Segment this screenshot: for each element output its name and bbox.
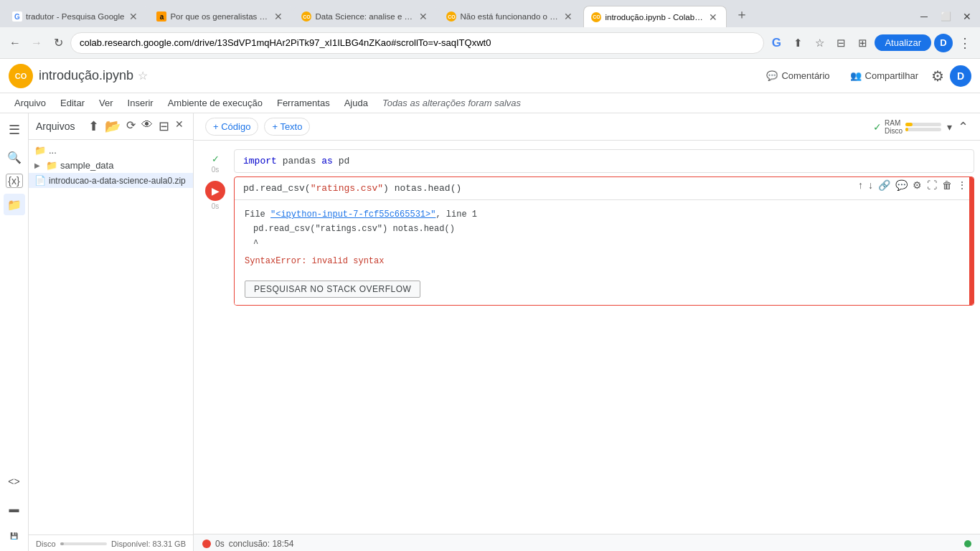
window-maximize[interactable]: ⬜ xyxy=(936,9,956,24)
cell-2: ▶ 0s ↑ ↓ 🔗 💬 ⚙ ⛶ 🗑 ⋮ xyxy=(199,176,974,306)
sidebar-panel: Arquivos ⬆ 📂 ⟳ 👁 ⊟ ✕ 📁 ... xyxy=(29,113,194,551)
ram-disk-info: ✓ RAM Disco xyxy=(873,119,941,135)
tab-3[interactable]: CO Data Science: analise e visua... ✕ xyxy=(293,6,437,27)
tab-1[interactable]: G tradutor - Pesquisa Google ✕ xyxy=(4,6,147,27)
more-cell-icon[interactable]: ⋮ xyxy=(956,178,969,192)
move-up-icon[interactable]: ↑ xyxy=(857,178,864,192)
collapse-all-icon[interactable]: ⌃ xyxy=(958,119,969,135)
error-type-line: SyntaxError: invalid syntax xyxy=(245,254,963,268)
terminal-icon[interactable]: ▬ xyxy=(4,498,25,519)
cell-1-checkmark: ✓ xyxy=(212,154,220,164)
settings-icon[interactable]: ⚙ xyxy=(931,67,944,85)
forward-button[interactable]: → xyxy=(27,34,46,52)
sidebar-toggle-icon[interactable]: ☰ xyxy=(4,119,25,141)
file-item-zip[interactable]: 📄 introducao-a-data-science-aula0.zip xyxy=(29,173,193,188)
sidebar-header: Arquivos ⬆ 📂 ⟳ 👁 ⊟ ✕ xyxy=(29,113,193,140)
notebook-title-area: introdução.ipynb ☆ xyxy=(39,68,148,83)
stackoverflow-button[interactable]: PESQUISAR NO STACK OVERFLOW xyxy=(245,281,420,298)
code-icon[interactable]: <> xyxy=(4,471,25,492)
file-item-parent[interactable]: 📁 ... xyxy=(29,143,193,158)
disk-available: Disponível: 83.31 GB xyxy=(111,540,186,548)
status-time: 0s xyxy=(215,539,225,549)
disk-bar-fill xyxy=(60,542,64,545)
tab-5-close[interactable]: ✕ xyxy=(707,11,719,23)
dropdown-arrow[interactable]: ▾ xyxy=(947,121,952,133)
tab-5-title: introdução.ipynb - Colabora... xyxy=(605,13,704,22)
star-icon[interactable]: ☆ xyxy=(138,69,148,83)
ram-bar xyxy=(905,123,941,126)
code-pd: pd xyxy=(339,156,350,166)
folder-icon-sample: 📁 xyxy=(46,160,57,171)
refresh-files-icon[interactable]: ⟳ xyxy=(124,118,138,135)
sidebar-actions: ⬆ 📂 ⟳ 👁 ⊟ ✕ xyxy=(86,118,186,135)
content-area: ☰ 🔍 {x} 📁 <> ▬ 💾 Arquivos ⬆ 📂 ⟳ 👁 xyxy=(0,113,980,551)
colab-logo: CO xyxy=(9,64,33,88)
window-minimize[interactable]: ─ xyxy=(914,9,934,24)
tab-3-close[interactable]: ✕ xyxy=(418,11,429,22)
upload-file-icon[interactable]: ⬆ xyxy=(86,118,101,135)
comment-button[interactable]: 💬 Comentário xyxy=(759,67,837,85)
notebook-main: + Código + Texto ✓ RAM Disco xyxy=(194,113,980,551)
search-icon[interactable]: 🔍 xyxy=(4,146,25,168)
tab-2[interactable]: a Por que os generalistas venc... ✕ xyxy=(149,6,292,27)
menu-inserir[interactable]: Inserir xyxy=(122,95,159,111)
browser-action-sidebar[interactable]: ⊟ xyxy=(831,34,850,52)
link-icon[interactable]: 🔗 xyxy=(877,178,892,192)
reload-button[interactable]: ↻ xyxy=(49,34,67,52)
disk-bar2 xyxy=(905,128,941,131)
variables-icon[interactable]: {x} xyxy=(6,174,23,188)
address-bar[interactable] xyxy=(70,32,764,54)
browser-action-share[interactable]: ⬆ xyxy=(788,34,807,52)
cell-2-gutter: ▶ 0s xyxy=(199,176,231,210)
browser-more[interactable]: ⋮ xyxy=(956,35,974,51)
delete-cell-icon[interactable]: 🗑 xyxy=(941,178,953,192)
back-button[interactable]: ← xyxy=(6,34,24,52)
hide-panel-icon[interactable]: 👁 xyxy=(139,118,155,135)
window-close[interactable]: ✕ xyxy=(957,9,977,24)
code-pd-readcsv: pd.read_csv( xyxy=(243,183,311,194)
browser-profile[interactable]: D xyxy=(934,34,953,52)
new-tab-button[interactable]: ＋ xyxy=(728,1,755,27)
tab-bar: G tradutor - Pesquisa Google ✕ a Por que… xyxy=(0,0,980,27)
cell-1-content[interactable]: import pandas as pd xyxy=(234,149,974,173)
browser-action-google[interactable]: G xyxy=(767,34,786,52)
fullscreen-icon[interactable]: ⛶ xyxy=(925,178,938,192)
disk-label2: Disco xyxy=(885,127,903,135)
tab-1-close[interactable]: ✕ xyxy=(128,11,139,22)
share-icon: 👥 xyxy=(850,70,862,81)
menu-ambiente[interactable]: Ambiente de execução xyxy=(162,95,268,111)
close-sidebar-icon[interactable]: ✕ xyxy=(173,118,186,135)
tab-2-title: Por que os generalistas venc... xyxy=(170,12,269,21)
add-text-button[interactable]: + Texto xyxy=(264,118,310,136)
tab-5-active[interactable]: CO introdução.ipynb - Colabora... ✕ xyxy=(583,6,727,27)
files-icon[interactable]: 📁 xyxy=(4,194,25,215)
notebook-title: introdução.ipynb xyxy=(39,68,133,83)
add-code-button[interactable]: + Código xyxy=(205,118,258,136)
close-panel-icon[interactable]: ⊟ xyxy=(156,118,171,135)
menu-ferramentas[interactable]: Ferramentas xyxy=(271,95,336,111)
settings-cell-icon[interactable]: ⚙ xyxy=(911,178,923,192)
tab-4-close[interactable]: ✕ xyxy=(562,11,574,22)
move-down-icon[interactable]: ↓ xyxy=(867,178,875,192)
run-button-2[interactable]: ▶ xyxy=(205,181,225,201)
comment-cell-icon[interactable]: 💬 xyxy=(894,178,909,192)
cell-2-content[interactable]: pd.read_csv("ratings.csv") notas.head() … xyxy=(234,176,974,306)
file-item-sample-data[interactable]: ▶ 📁 sample_data xyxy=(29,158,193,173)
tab-2-close[interactable]: ✕ xyxy=(273,11,284,22)
menu-editar[interactable]: Editar xyxy=(55,95,90,111)
save-status: Todas as alterações foram salvas xyxy=(382,98,521,108)
menu-arquivo[interactable]: Arquivo xyxy=(9,95,52,111)
share-button[interactable]: 👥 Compartilhar xyxy=(843,67,925,85)
checkmark-icon: ✓ xyxy=(873,121,882,133)
error-file-link[interactable]: "<ipython-input-7-fcf55c665531>" xyxy=(270,209,435,220)
new-folder-icon[interactable]: 📂 xyxy=(103,118,123,135)
user-avatar[interactable]: D xyxy=(950,65,971,87)
tab-4[interactable]: CO Não está funcionando o rea... ✕ xyxy=(438,6,582,27)
browser-action-star[interactable]: ☆ xyxy=(810,34,829,52)
tab-1-title: tradutor - Pesquisa Google xyxy=(26,12,124,21)
update-button[interactable]: Atualizar xyxy=(875,34,931,51)
browser-action-split[interactable]: ⊞ xyxy=(853,34,872,52)
menu-ajuda[interactable]: Ajuda xyxy=(339,95,374,111)
menu-ver[interactable]: Ver xyxy=(93,95,119,111)
status-conclusion: conclusão: 18:54 xyxy=(229,539,294,549)
